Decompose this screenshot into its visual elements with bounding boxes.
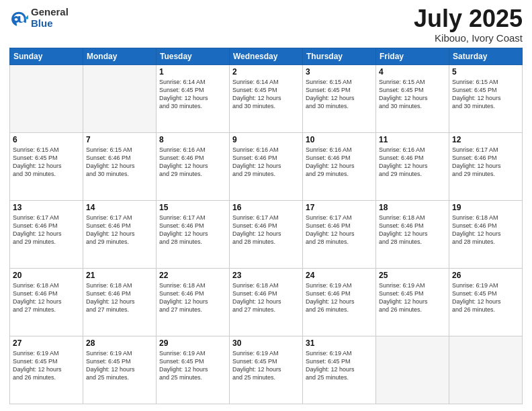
logo-blue: Blue: [31, 18, 69, 30]
week-row-1: 1Sunrise: 6:14 AMSunset: 6:45 PMDaylight…: [10, 65, 523, 133]
day-detail: Sunrise: 6:18 AMSunset: 6:46 PMDaylight:…: [379, 214, 446, 246]
calendar-cell: 3Sunrise: 6:15 AMSunset: 6:45 PMDaylight…: [303, 65, 376, 133]
day-detail: Sunrise: 6:14 AMSunset: 6:45 PMDaylight:…: [159, 78, 226, 111]
day-number: 8: [159, 135, 226, 144]
calendar-cell: 29Sunrise: 6:19 AMSunset: 6:45 PMDayligh…: [157, 336, 230, 404]
logo: General Blue: [9, 7, 69, 29]
calendar-cell: 15Sunrise: 6:17 AMSunset: 6:46 PMDayligh…: [157, 201, 230, 269]
day-header-saturday: Saturday: [449, 48, 523, 65]
day-number: 2: [232, 67, 300, 77]
day-number: 6: [13, 135, 80, 144]
day-detail: Sunrise: 6:15 AMSunset: 6:45 PMDaylight:…: [452, 78, 519, 111]
day-detail: Sunrise: 6:16 AMSunset: 6:46 PMDaylight:…: [306, 146, 373, 179]
day-number: 7: [86, 135, 153, 144]
month-title: July 2025: [414, 7, 523, 31]
day-number: 18: [379, 203, 446, 212]
calendar-cell: 14Sunrise: 6:17 AMSunset: 6:46 PMDayligh…: [83, 201, 157, 269]
calendar-cell: 30Sunrise: 6:19 AMSunset: 6:45 PMDayligh…: [230, 336, 303, 404]
calendar-cell: [449, 336, 523, 404]
calendar-cell: 18Sunrise: 6:18 AMSunset: 6:46 PMDayligh…: [376, 201, 449, 269]
page: General Blue July 2025 Kibouo, Ivory Coa…: [0, 0, 532, 411]
calendar-cell: 10Sunrise: 6:16 AMSunset: 6:46 PMDayligh…: [303, 133, 376, 201]
day-header-friday: Friday: [376, 48, 449, 65]
day-number: 3: [306, 67, 373, 77]
day-number: 17: [306, 203, 373, 212]
title-block: July 2025 Kibouo, Ivory Coast: [414, 7, 523, 44]
calendar-cell: 13Sunrise: 6:17 AMSunset: 6:46 PMDayligh…: [10, 201, 83, 269]
day-number: 15: [159, 203, 226, 212]
day-detail: Sunrise: 6:15 AMSunset: 6:45 PMDaylight:…: [13, 146, 80, 179]
calendar-cell: 16Sunrise: 6:17 AMSunset: 6:46 PMDayligh…: [230, 201, 303, 269]
calendar-cell: 7Sunrise: 6:15 AMSunset: 6:46 PMDaylight…: [83, 133, 157, 201]
day-header-thursday: Thursday: [303, 48, 376, 65]
calendar-cell: 2Sunrise: 6:14 AMSunset: 6:45 PMDaylight…: [230, 65, 303, 133]
calendar-cell: [83, 65, 157, 133]
day-number: 28: [86, 338, 153, 348]
day-detail: Sunrise: 6:19 AMSunset: 6:45 PMDaylight:…: [232, 349, 300, 382]
calendar-cell: 23Sunrise: 6:18 AMSunset: 6:46 PMDayligh…: [230, 269, 303, 336]
week-row-2: 6Sunrise: 6:15 AMSunset: 6:45 PMDaylight…: [10, 133, 523, 201]
logo-icon: [9, 9, 28, 28]
day-detail: Sunrise: 6:17 AMSunset: 6:46 PMDaylight:…: [232, 214, 300, 246]
day-number: 5: [452, 67, 519, 77]
day-detail: Sunrise: 6:19 AMSunset: 6:45 PMDaylight:…: [13, 349, 80, 382]
day-detail: Sunrise: 6:14 AMSunset: 6:45 PMDaylight:…: [232, 78, 300, 111]
day-number: 29: [159, 338, 226, 348]
calendar-cell: 27Sunrise: 6:19 AMSunset: 6:45 PMDayligh…: [10, 336, 83, 404]
day-number: 13: [13, 203, 80, 212]
calendar-cell: 1Sunrise: 6:14 AMSunset: 6:45 PMDaylight…: [157, 65, 230, 133]
day-detail: Sunrise: 6:18 AMSunset: 6:46 PMDaylight:…: [86, 281, 153, 314]
day-number: 14: [86, 203, 153, 212]
calendar-cell: 25Sunrise: 6:19 AMSunset: 6:45 PMDayligh…: [376, 269, 449, 336]
day-detail: Sunrise: 6:18 AMSunset: 6:46 PMDaylight:…: [159, 281, 226, 314]
week-row-4: 20Sunrise: 6:18 AMSunset: 6:46 PMDayligh…: [10, 269, 523, 336]
logo-text: General Blue: [31, 7, 69, 29]
day-number: 26: [452, 271, 519, 280]
day-detail: Sunrise: 6:15 AMSunset: 6:45 PMDaylight:…: [306, 78, 373, 111]
day-detail: Sunrise: 6:19 AMSunset: 6:45 PMDaylight:…: [159, 349, 226, 382]
calendar-cell: 22Sunrise: 6:18 AMSunset: 6:46 PMDayligh…: [157, 269, 230, 336]
day-detail: Sunrise: 6:17 AMSunset: 6:46 PMDaylight:…: [86, 214, 153, 246]
day-number: 16: [232, 203, 300, 212]
day-number: 9: [232, 135, 300, 144]
day-number: 4: [379, 67, 446, 77]
day-detail: Sunrise: 6:19 AMSunset: 6:45 PMDaylight:…: [86, 349, 153, 382]
day-number: 11: [379, 135, 446, 144]
calendar-cell: 28Sunrise: 6:19 AMSunset: 6:45 PMDayligh…: [83, 336, 157, 404]
calendar-cell: 12Sunrise: 6:17 AMSunset: 6:46 PMDayligh…: [449, 133, 523, 201]
day-number: 27: [13, 338, 80, 348]
day-number: 22: [159, 271, 226, 280]
calendar-cell: 20Sunrise: 6:18 AMSunset: 6:46 PMDayligh…: [10, 269, 83, 336]
calendar-cell: 8Sunrise: 6:16 AMSunset: 6:46 PMDaylight…: [157, 133, 230, 201]
day-detail: Sunrise: 6:16 AMSunset: 6:46 PMDaylight:…: [232, 146, 300, 179]
day-detail: Sunrise: 6:17 AMSunset: 6:46 PMDaylight:…: [452, 146, 519, 179]
day-detail: Sunrise: 6:18 AMSunset: 6:46 PMDaylight:…: [232, 281, 300, 314]
week-row-5: 27Sunrise: 6:19 AMSunset: 6:45 PMDayligh…: [10, 336, 523, 404]
week-row-3: 13Sunrise: 6:17 AMSunset: 6:46 PMDayligh…: [10, 201, 523, 269]
location: Kibouo, Ivory Coast: [414, 32, 523, 44]
logo-general: General: [31, 7, 69, 18]
day-number: 19: [452, 203, 519, 212]
day-detail: Sunrise: 6:17 AMSunset: 6:46 PMDaylight:…: [159, 214, 226, 246]
header: General Blue July 2025 Kibouo, Ivory Coa…: [9, 7, 523, 44]
day-number: 20: [13, 271, 80, 280]
calendar-cell: 17Sunrise: 6:17 AMSunset: 6:46 PMDayligh…: [303, 201, 376, 269]
calendar-cell: 26Sunrise: 6:19 AMSunset: 6:45 PMDayligh…: [449, 269, 523, 336]
day-detail: Sunrise: 6:19 AMSunset: 6:46 PMDaylight:…: [306, 281, 373, 314]
day-detail: Sunrise: 6:17 AMSunset: 6:46 PMDaylight:…: [306, 214, 373, 246]
calendar-cell: [376, 336, 449, 404]
day-header-row: SundayMondayTuesdayWednesdayThursdayFrid…: [10, 48, 523, 65]
day-detail: Sunrise: 6:19 AMSunset: 6:45 PMDaylight:…: [306, 349, 373, 382]
calendar-cell: 31Sunrise: 6:19 AMSunset: 6:45 PMDayligh…: [303, 336, 376, 404]
day-number: 10: [306, 135, 373, 144]
calendar-cell: 11Sunrise: 6:16 AMSunset: 6:46 PMDayligh…: [376, 133, 449, 201]
day-detail: Sunrise: 6:18 AMSunset: 6:46 PMDaylight:…: [452, 214, 519, 246]
day-header-sunday: Sunday: [10, 48, 83, 65]
calendar-cell: 5Sunrise: 6:15 AMSunset: 6:45 PMDaylight…: [449, 65, 523, 133]
day-number: 25: [379, 271, 446, 280]
day-detail: Sunrise: 6:19 AMSunset: 6:45 PMDaylight:…: [452, 281, 519, 314]
day-number: 12: [452, 135, 519, 144]
day-number: 1: [159, 67, 226, 77]
day-header-monday: Monday: [83, 48, 157, 65]
calendar-cell: [10, 65, 83, 133]
